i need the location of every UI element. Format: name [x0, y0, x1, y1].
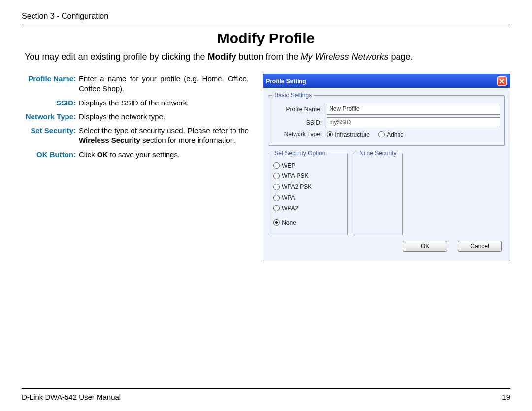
def-desc-bold: OK	[97, 150, 108, 159]
def-label: Network Type:	[25, 112, 79, 122]
ssid-input[interactable]: mySSID	[327, 117, 500, 128]
def-label: Profile Name:	[25, 74, 79, 94]
network-type-label: Network Type:	[272, 131, 322, 137]
security-detail-legend: None Security	[357, 150, 398, 157]
ssid-label: SSID:	[272, 119, 322, 126]
security-option[interactable]: WEP	[282, 162, 295, 169]
section-header: Section 3 - Configuration	[22, 12, 510, 21]
security-radio-wpa2[interactable]	[273, 205, 280, 211]
intro-pre: You may edit an existing profile by clic…	[25, 52, 208, 62]
security-radio-wpa-psk[interactable]	[273, 173, 280, 179]
profile-name-input[interactable]: New Profile	[327, 104, 500, 115]
def-desc-pre: Select the type of security used. Please…	[79, 126, 249, 135]
def-label: Set Security:	[25, 126, 79, 146]
divider-top	[22, 24, 510, 24]
security-option-group: Set Security Option WEP WPA-PSK WPA2-PSK…	[268, 150, 348, 235]
def-desc-post: section for more information.	[140, 136, 236, 144]
intro-mid: button from the	[236, 52, 301, 62]
def-label: OK Button:	[25, 150, 79, 160]
security-option[interactable]: WPA-PSK	[282, 172, 308, 179]
security-radio-wpa2-psk[interactable]	[273, 184, 280, 190]
def-network-type: Network Type: Displays the network type.	[25, 112, 249, 122]
intro-italic: My Wireless Networks	[301, 52, 389, 62]
def-profile-name: Profile Name: Enter a name for your prof…	[25, 74, 249, 94]
def-desc: Click OK to save your settings.	[79, 150, 249, 160]
profile-name-label: Profile Name:	[272, 106, 322, 113]
def-desc: Select the type of security used. Please…	[79, 126, 249, 146]
basic-settings-legend: Basic Settings	[272, 92, 314, 99]
security-option[interactable]: WPA	[282, 194, 295, 201]
def-desc-post: to save your settings.	[108, 150, 180, 159]
basic-settings-group: Basic Settings Profile Name: New Profile…	[268, 92, 505, 146]
network-type-option[interactable]: Infrastructure	[335, 131, 370, 138]
security-option[interactable]: None	[282, 219, 296, 226]
close-icon	[499, 79, 504, 84]
cancel-button[interactable]: Cancel	[458, 241, 502, 252]
def-desc-bold: Wireless Security	[79, 136, 140, 144]
profile-setting-window: Profile Setting Basic Settings Profile N…	[263, 74, 510, 261]
def-desc: Displays the SSID of the network.	[79, 98, 249, 108]
intro-post: page.	[388, 52, 413, 62]
def-desc: Enter a name for your profile (e.g. Home…	[79, 74, 249, 94]
security-option[interactable]: WPA2-PSK	[282, 183, 312, 190]
security-radio-wep[interactable]	[273, 162, 280, 169]
def-ok-button: OK Button: Click OK to save your setting…	[25, 150, 249, 160]
security-radio-wpa[interactable]	[273, 195, 280, 201]
network-type-option[interactable]: Adhoc	[387, 131, 403, 138]
page-number: 19	[502, 393, 510, 401]
security-legend: Set Security Option	[272, 150, 327, 157]
def-label: SSID:	[25, 98, 79, 108]
security-detail-group: None Security	[353, 150, 402, 235]
network-type-radio-adhoc[interactable]	[378, 131, 385, 137]
page-title: Modify Profile	[22, 30, 510, 47]
intro-paragraph: You may edit an existing profile by clic…	[25, 52, 510, 62]
divider-bottom	[22, 388, 510, 389]
definition-list: Profile Name: Enter a name for your prof…	[25, 74, 249, 261]
close-button[interactable]	[497, 76, 507, 86]
ok-button[interactable]: OK	[403, 241, 447, 252]
security-option[interactable]: WPA2	[282, 205, 298, 212]
intro-bold: Modify	[208, 52, 236, 62]
network-type-radio-infrastructure[interactable]	[327, 131, 333, 137]
security-radio-none[interactable]	[273, 219, 280, 226]
def-desc: Displays the network type.	[79, 112, 249, 122]
window-titlebar[interactable]: Profile Setting	[263, 74, 510, 88]
window-title: Profile Setting	[266, 78, 306, 85]
def-ssid: SSID: Displays the SSID of the network.	[25, 98, 249, 108]
footer-left: D-Link DWA-542 User Manual	[22, 393, 121, 401]
def-set-security: Set Security: Select the type of securit…	[25, 126, 249, 146]
def-desc-pre: Click	[79, 150, 97, 159]
